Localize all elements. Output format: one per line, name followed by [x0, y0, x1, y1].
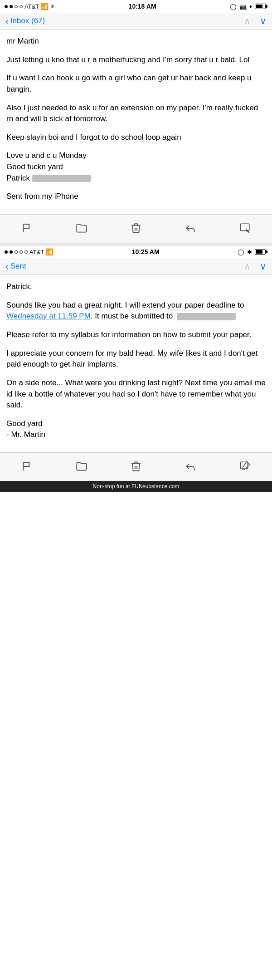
- wifi-icon-2: 📶: [46, 248, 53, 255]
- signal-dot-9: [24, 250, 28, 254]
- carrier-1: AT&T: [24, 3, 39, 10]
- email1-p5-group: Love u and c u Monday Good fuckn yard Pa…: [6, 150, 266, 184]
- folder-icon-2: [76, 461, 87, 472]
- svg-rect-2: [240, 224, 249, 230]
- compose-button-2[interactable]: [236, 457, 254, 475]
- battery-icon-1: [255, 4, 267, 9]
- location-icon: ◯: [230, 3, 237, 10]
- email2-p4: On a side note... What were you drinking…: [6, 377, 266, 411]
- signal-dot-1: [5, 5, 8, 8]
- email2-p6: - Mr. Martin: [6, 429, 266, 441]
- reply-button-1[interactable]: [181, 219, 199, 237]
- inbox-label: Inbox (67): [10, 16, 45, 25]
- email2-p1: Sounds like you had a great night. I wil…: [6, 300, 266, 322]
- email2-greeting: Patrick,: [6, 281, 266, 293]
- folder-button-2[interactable]: [73, 457, 91, 475]
- trash-button-1[interactable]: [127, 219, 145, 237]
- reply-button-2[interactable]: [181, 457, 199, 475]
- trash-button-2[interactable]: [127, 457, 145, 475]
- status-right-2: ◯ ✱: [238, 249, 267, 255]
- next-email-button[interactable]: ∨: [260, 15, 267, 26]
- chevron-left-icon-2: ‹: [5, 262, 9, 271]
- email1-p3: Also I just needed to ask u for an exten…: [6, 103, 266, 125]
- email-header-1: ‹ Inbox (67) ∧ ∨: [0, 13, 272, 29]
- signal-strength-icon: ✳: [50, 3, 55, 10]
- signal-dot-3: [15, 5, 18, 8]
- signal-dot-5: [5, 250, 8, 254]
- folder-icon: [76, 222, 87, 234]
- email1-p6: Good fuckn yard: [6, 162, 266, 173]
- signal-dot-4: [19, 5, 23, 8]
- sent-back-button[interactable]: ‹ Sent: [5, 262, 26, 271]
- redacted-url: [177, 313, 236, 320]
- email2-p3: I appreciate your concern for my bald he…: [6, 348, 266, 370]
- reply-icon: [185, 222, 196, 234]
- battery-icon-2: [255, 249, 267, 255]
- status-right-1: ◯ 📷 ♦: [230, 3, 267, 10]
- flag-button-1[interactable]: [18, 219, 36, 237]
- signal-dot-2: [10, 5, 13, 8]
- redacted-name-1: [32, 175, 91, 182]
- compose-button-1[interactable]: [236, 219, 254, 237]
- compose-icon-2: [239, 461, 251, 472]
- bluetooth-icon-3: ✱: [247, 249, 252, 255]
- funsubstance-text: Non-stop fun at FUNsubstance.com: [93, 483, 180, 490]
- location-icon-2: ◯: [238, 249, 244, 255]
- next-email-button-2[interactable]: ∨: [260, 261, 267, 272]
- prev-email-button-2[interactable]: ∧: [244, 261, 251, 272]
- sent-label: Sent: [10, 262, 26, 271]
- trash-icon-2: [130, 461, 142, 472]
- time-2: 10:25 AM: [132, 248, 160, 255]
- email2-p1-pre: Sounds like you had a great night. I wil…: [6, 301, 244, 309]
- inbox-back-button[interactable]: ‹ Inbox (67): [5, 16, 45, 25]
- prev-email-button[interactable]: ∧: [244, 15, 251, 26]
- carrier-2: AT&T: [29, 249, 44, 255]
- bluetooth-icon: 📷: [239, 3, 247, 10]
- signal-dot-7: [15, 250, 18, 254]
- status-left-1: AT&T 📶 ✳: [5, 3, 55, 10]
- deadline-link[interactable]: Wednesday at 11:59 PM: [6, 312, 91, 320]
- nav-arrows-1: ∧ ∨: [244, 15, 267, 26]
- time-1: 10:18 AM: [129, 3, 156, 10]
- chevron-left-icon: ‹: [5, 16, 9, 25]
- email2-p1-post: . It must be submitted to: [91, 312, 173, 320]
- email1-greeting: mr Martin: [6, 36, 266, 47]
- email1-p5: Love u and c u Monday: [6, 150, 266, 162]
- email1-p1: Just letting u kno that u r a motherfuck…: [6, 54, 266, 66]
- bluetooth-icon-2: ♦: [249, 3, 252, 10]
- email-body-1: mr Martin Just letting u kno that u r a …: [0, 29, 272, 214]
- email-body-2: Patrick, Sounds like you had a great nig…: [0, 275, 272, 452]
- reply-icon-2: [185, 461, 196, 472]
- email1-p4: Keep slayin boi and I forgot to do schoo…: [6, 132, 266, 143]
- email1-p2: If u want I can hook u go with a girl wh…: [6, 73, 266, 95]
- email-header-2: ‹ Sent ∧ ∨: [0, 258, 272, 275]
- compose-icon: [239, 222, 251, 234]
- status-bar-2: AT&T 📶 10:25 AM ◯ ✱: [0, 245, 272, 258]
- signal-dot-6: [10, 250, 13, 254]
- email1-sent-from: Sent from my iPhone: [6, 191, 266, 202]
- email2-p5: Good yard: [6, 418, 266, 430]
- email2-p5-group: Good yard - Mr. Martin: [6, 418, 266, 441]
- status-bar-1: AT&T 📶 ✳ 10:18 AM ◯ 📷 ♦: [0, 0, 272, 13]
- nav-arrows-2: ∧ ∨: [244, 261, 267, 272]
- toolbar-1: [0, 214, 272, 243]
- flag-icon-2: [21, 461, 33, 472]
- funsubstance-bar: Non-stop fun at FUNsubstance.com: [0, 481, 272, 492]
- status-left-2: AT&T 📶: [5, 248, 53, 255]
- email2-p2: Please refer to my syllabus for informat…: [6, 329, 266, 341]
- email1-p7: Patrick: [6, 173, 266, 184]
- toolbar-2: [0, 452, 272, 481]
- flag-button-2[interactable]: [18, 457, 36, 475]
- trash-icon: [130, 222, 142, 234]
- flag-icon: [21, 222, 33, 234]
- signal-dot-8: [19, 250, 23, 254]
- folder-button-1[interactable]: [73, 219, 91, 237]
- wifi-icon-1: 📶: [41, 3, 49, 10]
